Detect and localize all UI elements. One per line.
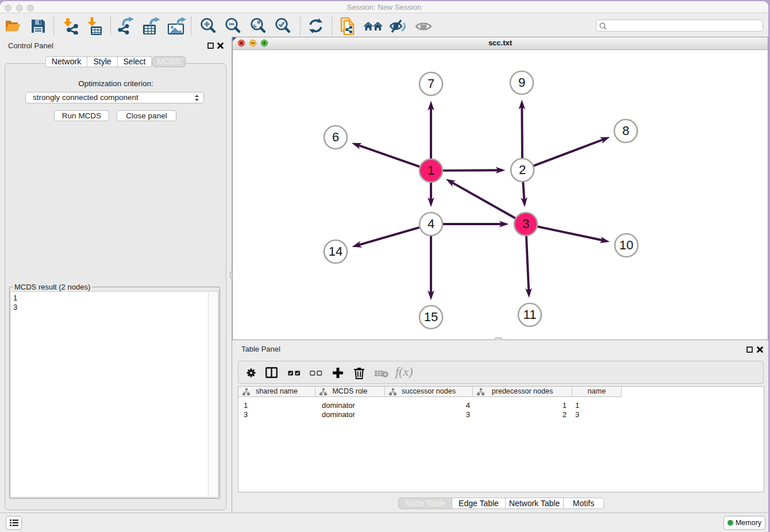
svg-text:4: 4 xyxy=(428,217,434,231)
svg-text:1: 1 xyxy=(428,163,434,178)
svg-text:7: 7 xyxy=(428,76,434,91)
svg-text:3: 3 xyxy=(522,217,529,231)
svg-text:2: 2 xyxy=(519,163,526,177)
svg-text:9: 9 xyxy=(518,75,525,90)
svg-text:6: 6 xyxy=(332,130,339,144)
svg-text:11: 11 xyxy=(523,307,537,322)
svg-text:14: 14 xyxy=(329,244,342,259)
svg-text:10: 10 xyxy=(619,238,633,252)
svg-text:15: 15 xyxy=(424,310,438,324)
svg-text:8: 8 xyxy=(622,124,629,138)
